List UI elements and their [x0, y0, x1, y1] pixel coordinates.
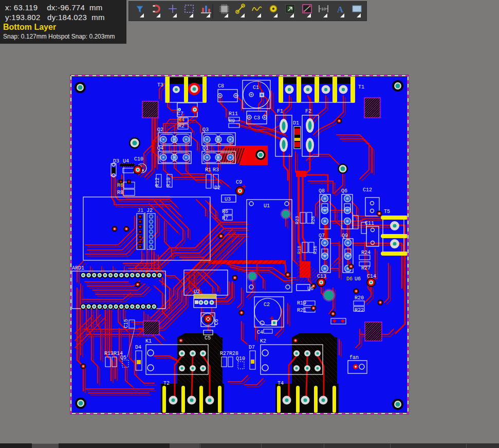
svg-text:R9: R9 [229, 118, 235, 124]
svg-text:T2: T2 [163, 381, 170, 386]
svg-text:C14: C14 [367, 274, 376, 279]
svg-text:Q4: Q4 [157, 146, 163, 151]
svg-text:C15: C15 [123, 319, 129, 328]
svg-text:R7: R7 [222, 216, 228, 221]
svg-text:R8: R8 [117, 190, 123, 195]
svg-text:T5: T5 [384, 209, 390, 214]
svg-text:R23: R23 [295, 216, 300, 224]
svg-text:R26: R26 [311, 216, 316, 224]
svg-text:U2: U2 [194, 289, 200, 295]
svg-text:C8: C8 [218, 83, 224, 89]
svg-text:Q3: Q3 [202, 127, 209, 133]
svg-text:D7: D7 [249, 345, 255, 350]
svg-text:R16: R16 [313, 246, 318, 254]
svg-text:C4: C4 [257, 330, 263, 335]
svg-text:D2: D2 [214, 185, 220, 191]
svg-text:U6: U6 [355, 276, 361, 282]
svg-text:C1: C1 [253, 85, 259, 91]
svg-text:Q7: Q7 [319, 233, 325, 239]
svg-text:D6: D6 [346, 276, 353, 282]
svg-text:Q1: Q1 [202, 146, 209, 151]
svg-text:R4: R4 [178, 117, 184, 123]
svg-text:U3: U3 [225, 196, 231, 202]
svg-text:R20: R20 [355, 295, 364, 301]
svg-text:R27: R27 [361, 265, 371, 271]
svg-text:R1: R1 [205, 167, 211, 173]
svg-text:Q9: Q9 [342, 233, 348, 239]
svg-text:R6: R6 [222, 209, 228, 214]
svg-text:R24: R24 [361, 250, 371, 256]
svg-text:K1: K1 [145, 338, 152, 344]
svg-text:D1: D1 [293, 120, 299, 126]
svg-text:C2: C2 [264, 302, 270, 308]
svg-text:D4: D4 [135, 345, 141, 350]
svg-text:T4: T4 [278, 381, 284, 386]
svg-text:R11: R11 [229, 111, 238, 117]
svg-text:K2: K2 [260, 338, 266, 344]
svg-text:C12: C12 [363, 187, 372, 193]
svg-text:R21: R21 [297, 308, 306, 313]
svg-text:R2: R2 [178, 123, 184, 129]
svg-text:Q10: Q10 [236, 356, 245, 362]
svg-text:R22: R22 [355, 308, 364, 313]
svg-text:C7: C7 [177, 111, 183, 117]
svg-text:Q2: Q2 [157, 127, 163, 133]
svg-text:ARD1: ARD1 [72, 265, 84, 271]
svg-text:F1: F1 [277, 109, 283, 114]
svg-text:Q8: Q8 [319, 188, 325, 194]
svg-text:R19: R19 [297, 300, 306, 306]
svg-text:fan: fan [349, 355, 359, 361]
svg-text:T3: T3 [157, 82, 163, 88]
svg-text:R6: R6 [117, 183, 123, 188]
svg-text:Q5: Q5 [120, 355, 126, 361]
svg-text:D3: D3 [113, 158, 119, 164]
svg-text:R18: R18 [297, 246, 302, 254]
svg-text:Q6: Q6 [341, 188, 347, 194]
svg-text:C10: C10 [134, 156, 143, 162]
svg-text:R12: R12 [155, 177, 160, 187]
svg-text:U1: U1 [264, 203, 270, 209]
svg-text:U4: U4 [123, 158, 129, 164]
svg-text:C13: C13 [317, 274, 326, 279]
svg-text:R10: R10 [166, 177, 172, 187]
svg-text:C9: C9 [236, 180, 242, 185]
svg-text:J1: J1 [137, 208, 143, 213]
svg-text:C6: C6 [214, 319, 219, 325]
svg-text:J2: J2 [146, 208, 153, 213]
svg-text:R3: R3 [213, 167, 219, 173]
svg-text:C11: C11 [365, 221, 374, 226]
svg-text:U6: U6 [307, 286, 313, 292]
svg-text:T1: T1 [358, 84, 364, 90]
svg-text:C3: C3 [254, 115, 260, 121]
svg-text:C5: C5 [205, 335, 211, 341]
svg-text:F2: F2 [305, 109, 311, 114]
